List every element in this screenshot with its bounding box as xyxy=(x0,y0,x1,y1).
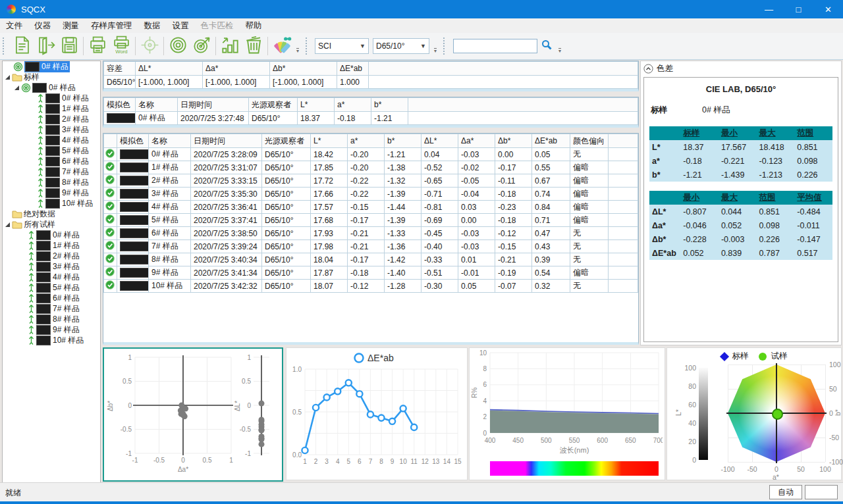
color-swatch xyxy=(45,199,60,209)
tree-item[interactable]: 7# 样品 xyxy=(3,166,100,177)
menu-item-3[interactable]: 存样库管理 xyxy=(85,18,138,34)
menu-item-0[interactable]: 文件 xyxy=(0,18,28,34)
color-swatch xyxy=(36,283,51,293)
tree-item[interactable]: 1# 样品 xyxy=(3,240,100,251)
svg-text:0: 0 xyxy=(483,430,487,437)
tree-item[interactable]: 标样 xyxy=(3,72,100,82)
search-icon[interactable] xyxy=(541,39,552,53)
table-row[interactable]: 5# 样品2020/7/25 3:37:41D65/10°17.68-0.17-… xyxy=(104,214,638,227)
table-row[interactable]: 2# 样品2020/7/25 3:33:15D65/10°17.72-0.22-… xyxy=(104,174,638,188)
new-document-button[interactable] xyxy=(10,34,34,58)
menu-item-5[interactable]: 设置 xyxy=(167,18,195,34)
tree-item[interactable]: 5# 样品 xyxy=(3,145,100,156)
calibration-rings-button[interactable] xyxy=(166,34,190,58)
minimize-button[interactable]: — xyxy=(754,0,784,18)
collapse-button[interactable] xyxy=(643,64,653,74)
tree-item[interactable]: 10# 样品 xyxy=(3,198,100,209)
svg-text:9: 9 xyxy=(391,458,394,465)
table-row[interactable]: 10# 样品2020/7/25 3:42:32D65/10°18.07-0.12… xyxy=(104,280,638,293)
menu-item-4[interactable]: 数据 xyxy=(138,18,167,34)
svg-text:5: 5 xyxy=(347,458,351,465)
statistics-chart-button[interactable] xyxy=(218,34,242,58)
menu-item-6[interactable]: 色卡匹检 xyxy=(195,18,240,34)
search-input[interactable] xyxy=(453,39,537,53)
svg-text:0.5: 0.5 xyxy=(242,378,251,385)
tree-item[interactable]: 4# 样品 xyxy=(3,272,100,282)
sample-icon xyxy=(37,199,44,209)
tree-item[interactable]: 2# 样品 xyxy=(3,114,100,124)
tree-item[interactable]: 0# 样品 xyxy=(3,61,100,72)
svg-text:0.5: 0.5 xyxy=(292,409,302,416)
table-header-row: 最小最大范围平均值 xyxy=(649,191,832,205)
tree-item[interactable]: 7# 样品 xyxy=(3,303,100,314)
color-swatch xyxy=(36,315,51,324)
tree-item[interactable]: 所有试样 xyxy=(3,219,100,230)
pass-check-icon xyxy=(105,280,115,290)
svg-text:11: 11 xyxy=(411,458,418,465)
tree-item[interactable]: 8# 样品 xyxy=(3,177,100,188)
color-match-fan-button[interactable] xyxy=(270,34,294,58)
tree-item[interactable]: 5# 样品 xyxy=(3,282,100,293)
toolbar-grip[interactable] xyxy=(443,38,449,55)
folder-icon xyxy=(12,72,22,82)
tree-item[interactable]: 绝对数据 xyxy=(3,209,100,219)
svg-text:450: 450 xyxy=(512,437,524,444)
tree-expander-icon[interactable] xyxy=(5,75,10,80)
tree-item[interactable]: 10# 样品 xyxy=(3,335,100,345)
tree-item[interactable]: 2# 样品 xyxy=(3,251,100,261)
table-row[interactable]: 0# 样品2020/7/25 3:27:48D65/10°18.37-0.18-… xyxy=(104,112,638,125)
table-row[interactable]: 3# 样品2020/7/25 3:35:30D65/10°17.66-0.22-… xyxy=(104,188,638,201)
tree-expander-icon[interactable] xyxy=(14,86,19,90)
tree-item[interactable]: 0# 样品 xyxy=(3,82,100,93)
tree-item[interactable]: 0# 样品 xyxy=(3,230,100,240)
toolbar-overflow-icon[interactable]: ▾ xyxy=(434,48,437,53)
table-row[interactable]: 8# 样品2020/7/25 3:40:34D65/10°18.04-0.17-… xyxy=(104,253,638,266)
menu-item-2[interactable]: 测量 xyxy=(57,18,85,34)
auto-button[interactable]: 自动 xyxy=(769,485,802,499)
table-row[interactable]: 0# 样品2020/7/25 3:28:09D65/10°18.42-0.20-… xyxy=(104,148,638,161)
sample-icon xyxy=(28,262,35,272)
tree-item[interactable]: 3# 样品 xyxy=(3,124,100,135)
tree-item[interactable]: 0# 样品 xyxy=(3,93,100,103)
table-row[interactable]: 4# 样品2020/7/25 3:36:41D65/10°17.57-0.15-… xyxy=(104,201,638,214)
tree-item[interactable]: 9# 样品 xyxy=(3,188,100,198)
table-row[interactable]: 1# 样品2020/7/25 3:31:07D65/10°17.85-0.20-… xyxy=(104,161,638,174)
svg-text:0.5: 0.5 xyxy=(122,378,132,385)
chevron-down-icon: ▼ xyxy=(360,43,366,49)
table-row[interactable]: D65/10°[-1.000, 1.000][-1.000, 1.000][-1… xyxy=(104,76,638,89)
toolbar-overflow-icon[interactable]: ▾ xyxy=(296,48,299,53)
svg-text:2: 2 xyxy=(483,413,487,420)
tree-item[interactable]: 1# 样品 xyxy=(3,103,100,114)
toolbar-overflow-icon[interactable]: ▾ xyxy=(558,48,561,53)
table-row[interactable]: 9# 样品2020/7/25 3:41:34D65/10°17.87-0.18-… xyxy=(104,266,638,280)
illuminant-observer-select[interactable]: D65/10°▼ xyxy=(373,38,429,54)
color-swatch xyxy=(36,336,51,345)
sample-icon xyxy=(37,114,44,124)
tree-item[interactable]: 4# 样品 xyxy=(3,135,100,145)
tree-item[interactable]: 6# 样品 xyxy=(3,156,100,166)
delete-trash-button[interactable] xyxy=(242,34,265,58)
pass-check-icon xyxy=(105,149,115,158)
trial-sample-point xyxy=(772,409,783,420)
close-button[interactable]: ✕ xyxy=(813,0,843,18)
table-row[interactable]: 6# 样品2020/7/25 3:38:50D65/10°17.93-0.21-… xyxy=(104,227,638,240)
print-word-button[interactable]: Word xyxy=(109,34,133,58)
export-button[interactable] xyxy=(34,34,57,58)
calibrate-target-button[interactable] xyxy=(138,34,161,58)
toolbar-grip[interactable] xyxy=(3,38,8,55)
save-button[interactable] xyxy=(57,34,81,58)
target-icon xyxy=(21,83,31,93)
tree-item[interactable]: 3# 样品 xyxy=(3,261,100,272)
menu-item-7[interactable]: 帮助 xyxy=(240,18,268,34)
measure-target-button[interactable] xyxy=(190,34,213,58)
table-row[interactable]: 7# 样品2020/7/25 3:39:24D65/10°17.98-0.21-… xyxy=(104,240,638,253)
toolbar-grip[interactable] xyxy=(306,38,311,55)
tree-expander-icon[interactable] xyxy=(5,222,10,227)
tree-item[interactable]: 9# 样品 xyxy=(3,324,100,335)
menu-item-1[interactable]: 仪器 xyxy=(28,18,57,34)
measurement-mode-select[interactable]: SCI▼ xyxy=(315,38,369,54)
tree-item[interactable]: 6# 样品 xyxy=(3,293,100,303)
tree-item[interactable]: 8# 样品 xyxy=(3,314,100,324)
print-button[interactable] xyxy=(86,34,109,58)
maximize-button[interactable]: □ xyxy=(784,0,813,18)
